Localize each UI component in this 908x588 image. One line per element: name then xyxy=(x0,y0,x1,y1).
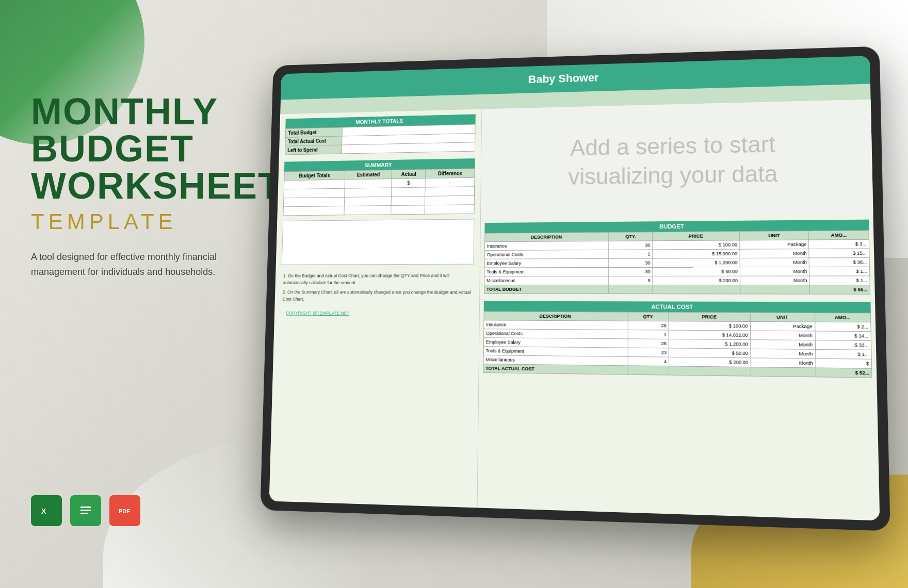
note-2: 2. On the Summary Chart, all are automat… xyxy=(282,289,471,303)
col-difference: Difference xyxy=(426,169,475,178)
svg-rect-0 xyxy=(38,502,55,519)
budget-col-amount: AMO... xyxy=(809,231,869,240)
row-unit: Month xyxy=(751,349,816,358)
actual-total-label: TOTAL ACTUAL COST xyxy=(483,364,628,375)
svg-rect-3 xyxy=(80,507,91,508)
title-line3: WORKSHEET xyxy=(31,167,258,204)
row-qty: 5 xyxy=(609,276,653,285)
actual-cost-table: DESCRIPTION QTY. PRICE UNIT AMO... Insur… xyxy=(483,311,872,378)
total-row: TOTAL BUDGET $ 56... xyxy=(484,285,870,294)
actual-col-price: PRICE xyxy=(669,312,750,321)
row-amount: $ 14... xyxy=(815,331,871,341)
row-amount: $ 1... xyxy=(815,349,871,359)
budget-col-unit: UNIT xyxy=(740,231,809,240)
summary-budget-totals xyxy=(284,179,345,189)
actual-total-price xyxy=(669,366,751,377)
budget-col-desc: DESCRIPTION xyxy=(485,232,609,241)
row-amount: $ 1... xyxy=(809,276,870,285)
left-section: MONTHLY BUDGET WORKSHEET TEMPLATE A tool… xyxy=(31,93,258,280)
total-unit xyxy=(740,285,810,295)
row-amount: $ 33... xyxy=(815,340,871,350)
gsheet-icon[interactable] xyxy=(70,495,101,526)
row-unit: Month xyxy=(740,249,809,258)
total-label: TOTAL BUDGET xyxy=(484,285,609,293)
row-price: $ 100.00 xyxy=(653,240,740,250)
row-qty: 23 xyxy=(628,348,669,357)
row-desc: Employee Salary xyxy=(484,258,609,268)
summary-actual: $ xyxy=(392,178,426,188)
row-unit: Month xyxy=(750,331,815,340)
row-qty: 30 xyxy=(609,241,653,250)
col-actual: Actual xyxy=(392,169,425,178)
col-budget-totals: Budget Totals xyxy=(284,171,345,181)
budget-col-qty: QTY. xyxy=(609,232,653,241)
empty-row-2 xyxy=(283,197,344,207)
row-price: $ 14,632.00 xyxy=(669,330,751,340)
row-qty: 1 xyxy=(609,250,653,258)
row-unit: Month xyxy=(740,258,809,267)
tablet-device: Baby Shower MONTHLY TOTALS Total Budget … xyxy=(260,46,890,531)
row-price: $ 15,000.00 xyxy=(653,249,740,258)
left-panel: MONTHLY TOTALS Total Budget Total Actual… xyxy=(269,109,482,508)
row-desc: Insurance xyxy=(484,320,628,330)
row-amount: $ 3... xyxy=(809,239,869,249)
row-qty: 28 xyxy=(628,339,669,348)
title-line1: MONTHLY xyxy=(31,93,258,130)
actual-total-qty xyxy=(628,366,669,375)
row-price: $ 50.00 xyxy=(669,348,751,358)
table-row: Tools & Equipment 30 $ 50.00 Month $ 1..… xyxy=(484,267,870,276)
row-unit: Month xyxy=(750,340,815,350)
format-icons-group: X PDF xyxy=(31,495,140,526)
row-amount: $ xyxy=(815,358,871,368)
svg-text:X: X xyxy=(41,507,46,515)
row-qty: 30 xyxy=(609,258,653,267)
spreadsheet: Baby Shower MONTHLY TOTALS Total Budget … xyxy=(269,56,880,520)
actual-col-qty: QTY. xyxy=(628,312,669,321)
row-amount: $ 2... xyxy=(815,322,871,331)
left-to-spend-label: Left to Spend xyxy=(285,145,342,155)
notes-section: 1. On the Budget and Actual Cost Chart, … xyxy=(280,270,474,308)
copyright: COPYRIGHT @TEMPLATE.NET xyxy=(280,307,473,319)
add-series-line2: visualizing your data xyxy=(568,159,777,191)
row-qty: 28 xyxy=(628,321,669,330)
excel-icon[interactable]: X xyxy=(31,495,62,526)
total-qty xyxy=(609,285,653,294)
row-qty: 1 xyxy=(628,330,669,339)
row-desc: Tools & Equipment xyxy=(484,267,609,276)
title-template: TEMPLATE xyxy=(31,209,258,234)
monthly-totals-table: Total Budget Total Actual Cost Left to S… xyxy=(285,124,476,155)
row-price: $ 100.00 xyxy=(669,321,750,331)
svg-rect-4 xyxy=(80,510,91,511)
empty-row-1 xyxy=(284,188,345,198)
row-amount: $ 36... xyxy=(809,258,870,267)
row-desc: Miscellaneous xyxy=(484,276,609,285)
pdf-icon[interactable]: PDF xyxy=(109,495,140,526)
actual-total-unit xyxy=(751,367,816,377)
row-amount: $ 1... xyxy=(809,267,870,276)
table-row xyxy=(283,205,474,216)
budget-tables-container: BUDGET DESCRIPTION QTY. PRICE UNIT AMO..… xyxy=(479,215,877,390)
row-price: $ 200.00 xyxy=(669,357,751,367)
row-price: $ 1,200.00 xyxy=(653,258,740,267)
row-desc: Insurance xyxy=(484,241,609,250)
row-amount: $ 15... xyxy=(809,249,869,258)
add-series-text: Add a series to start visualizing your d… xyxy=(568,129,777,191)
actual-col-desc: DESCRIPTION xyxy=(484,312,628,321)
row-unit: Package xyxy=(750,322,815,331)
summary-estimated xyxy=(345,179,392,189)
add-series-line1: Add a series to start xyxy=(569,129,777,162)
actual-col-unit: UNIT xyxy=(750,313,815,322)
total-price xyxy=(653,285,740,294)
col-estimated: Estimated xyxy=(345,170,392,180)
row-price: $ 1,200.00 xyxy=(669,339,751,349)
empty-row-3 xyxy=(283,206,344,216)
description-text: A tool designed for effective monthly fi… xyxy=(31,250,227,280)
summary-difference: - xyxy=(425,177,474,187)
chart-placeholder xyxy=(282,219,475,265)
svg-rect-5 xyxy=(80,513,88,514)
row-unit: Month xyxy=(740,267,809,276)
note-1: 1. On the Budget and Actual Cost Chart, … xyxy=(283,272,472,286)
row-desc: Operational Costs xyxy=(484,329,628,339)
tablet-screen: Baby Shower MONTHLY TOTALS Total Budget … xyxy=(269,56,880,520)
actual-col-amount: AMO... xyxy=(815,313,871,322)
